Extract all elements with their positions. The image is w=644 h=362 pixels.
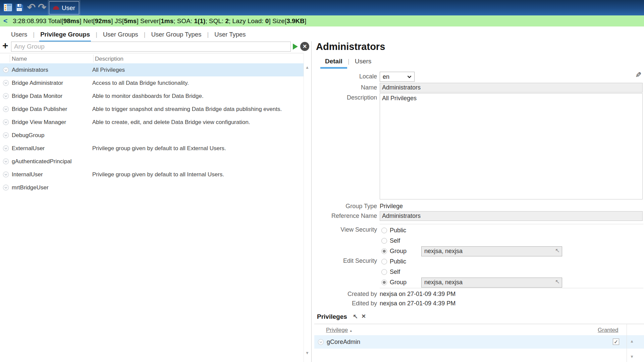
- scrollbar-down-icon[interactable]: ▼: [305, 351, 309, 355]
- group-name: DebugGroup: [12, 132, 92, 139]
- security-option-row: Groupnexjsa, nexjsa↖: [381, 246, 562, 256]
- radio-label: Public: [390, 258, 421, 265]
- scrollbar-up-icon[interactable]: ▲: [630, 339, 634, 344]
- chevron-down-icon[interactable]: [3, 93, 9, 99]
- undo-icon[interactable]: ↶: [27, 3, 36, 12]
- group-list-panel: + × Name Description AdministratorsAll P…: [0, 41, 311, 362]
- nw-arrow-icon[interactable]: ↖: [353, 313, 358, 320]
- left-scrollbar[interactable]: ▲ ▼: [304, 53, 311, 362]
- radio-public[interactable]: [381, 228, 387, 233]
- security-option-row: Public: [381, 256, 562, 267]
- group-list-row[interactable]: Bridge Data PublisherAble to trigger sna…: [0, 103, 304, 116]
- tab-separator: |: [347, 57, 350, 65]
- detail-tab-users[interactable]: Users: [350, 57, 376, 69]
- group-list-row[interactable]: gAuthenticatedPrincipal: [0, 155, 304, 168]
- granted-checkbox[interactable]: ✓: [613, 339, 619, 345]
- group-list-row[interactable]: InternalUserPrivilege group given by def…: [0, 168, 304, 181]
- group-name: Administrators: [12, 67, 92, 73]
- privilege-row[interactable]: gCoreAdmin✓: [314, 335, 644, 349]
- status-segment: ; Lazy Load:: [229, 17, 265, 24]
- tab-separator: |: [91, 26, 102, 38]
- column-separator: [10, 55, 10, 62]
- security-option-row: Public: [381, 225, 562, 236]
- name-input[interactable]: [380, 83, 643, 93]
- radio-group[interactable]: [381, 248, 387, 254]
- status-bar: < 3:28:08.993 Total[98ms] Net[92ms] JS[5…: [0, 15, 644, 26]
- security-option-row: Groupnexjsa, nexjsa↖: [381, 277, 562, 288]
- group-list-row[interactable]: Bridge View ManagerAble to create, edit,…: [0, 116, 304, 129]
- privileges-rows: gCoreAdmin✓: [314, 335, 644, 349]
- nav-tab-privilege-groups[interactable]: Privilege Groups: [39, 26, 91, 42]
- radio-label: Self: [390, 237, 421, 244]
- chevron-down-icon[interactable]: [3, 171, 9, 178]
- description-textarea[interactable]: All Privileges: [380, 93, 643, 199]
- back-arrow-icon[interactable]: <: [3, 17, 7, 25]
- layout-panel-icon[interactable]: [3, 3, 12, 12]
- run-search-icon[interactable]: [293, 44, 298, 50]
- redo-icon[interactable]: ↷: [38, 3, 47, 12]
- privileges-title: Privileges: [317, 313, 347, 320]
- nw-arrow-icon[interactable]: ↖: [555, 278, 560, 285]
- clear-x-icon[interactable]: ×: [362, 312, 366, 320]
- reference-name-label: Reference Name: [312, 213, 377, 220]
- nw-arrow-icon[interactable]: ↖: [555, 247, 560, 254]
- group-list-row[interactable]: Bridge AdministratorAccess to all Data B…: [0, 76, 304, 89]
- radio-self[interactable]: [381, 269, 387, 275]
- scrollbar-down-icon[interactable]: ▼: [630, 354, 634, 359]
- chevron-down-icon[interactable]: [318, 339, 324, 345]
- radio-self[interactable]: [381, 238, 387, 244]
- group-list-row[interactable]: ExternalUserPrivilege group given by def…: [0, 142, 304, 155]
- group-search-input[interactable]: [11, 42, 291, 52]
- chevron-down-icon[interactable]: [3, 80, 9, 86]
- radio-public[interactable]: [381, 259, 387, 264]
- detail-tab-detail[interactable]: Detail: [320, 57, 347, 69]
- status-segment: 1ms: [161, 17, 173, 24]
- chevron-down-icon[interactable]: [3, 158, 9, 165]
- chevron-down-icon[interactable]: [3, 184, 9, 191]
- nav-tab-users[interactable]: Users: [10, 26, 28, 42]
- column-header-name[interactable]: Name: [12, 56, 27, 62]
- radio-label: Group: [390, 248, 421, 255]
- edit-pencil-icon[interactable]: ✎: [635, 71, 641, 79]
- group-name: mrtBridgeUser: [12, 184, 92, 191]
- scrollbar-up-icon[interactable]: ▲: [305, 65, 309, 70]
- chevron-down-icon[interactable]: [3, 67, 9, 73]
- group-list-row[interactable]: Bridge Data MonitorAble to monitor dashb…: [0, 89, 304, 103]
- chevron-down-icon[interactable]: [3, 106, 9, 112]
- group-list-row[interactable]: DebugGroup: [0, 129, 304, 142]
- column-header-privilege[interactable]: Privilege▲: [326, 327, 353, 334]
- radio-group[interactable]: [381, 280, 387, 285]
- status-segment: ; SOA:: [173, 17, 194, 24]
- separator: [380, 288, 643, 288]
- add-group-icon[interactable]: +: [2, 40, 8, 51]
- user-module-button[interactable]: User: [49, 1, 79, 14]
- radio-label: Self: [390, 268, 421, 276]
- nav-tab-user-groups[interactable]: User Groups: [102, 26, 139, 42]
- status-segment: ]: [305, 17, 306, 24]
- tab-separator: |: [139, 26, 150, 38]
- security-group-input[interactable]: nexjsa, nexjsa↖: [421, 246, 562, 256]
- group-description: Able to monitor dashboards for Data Brid…: [92, 93, 304, 100]
- chevron-down-icon: [407, 75, 412, 78]
- group-description: Access to all Data Bridge functionality.: [92, 80, 304, 86]
- column-header-description[interactable]: Description: [95, 56, 123, 62]
- save-icon[interactable]: [15, 3, 24, 12]
- group-name: InternalUser: [12, 171, 92, 178]
- clear-search-icon[interactable]: ×: [300, 42, 309, 51]
- top-toolbar: ↶ ↷ User: [0, 0, 644, 15]
- nav-tab-user-group-types[interactable]: User Group Types: [150, 26, 203, 42]
- nav-tab-user-types[interactable]: User Types: [213, 26, 247, 42]
- chevron-down-icon[interactable]: [3, 119, 9, 125]
- chevron-down-icon[interactable]: [3, 145, 9, 152]
- radio-label: Public: [390, 227, 421, 234]
- locale-select[interactable]: en: [380, 72, 415, 82]
- user-icon: [53, 6, 59, 10]
- security-group-input[interactable]: nexjsa, nexjsa↖: [421, 278, 562, 288]
- group-list-row[interactable]: AdministratorsAll Privileges: [0, 63, 304, 76]
- column-header-granted[interactable]: Granted: [598, 327, 618, 334]
- reference-name-input[interactable]: [380, 211, 643, 221]
- locale-label: Locale: [312, 73, 377, 80]
- group-list-row[interactable]: mrtBridgeUser: [0, 181, 304, 194]
- chevron-down-icon[interactable]: [3, 132, 9, 138]
- status-segment: ] Server[: [137, 17, 161, 24]
